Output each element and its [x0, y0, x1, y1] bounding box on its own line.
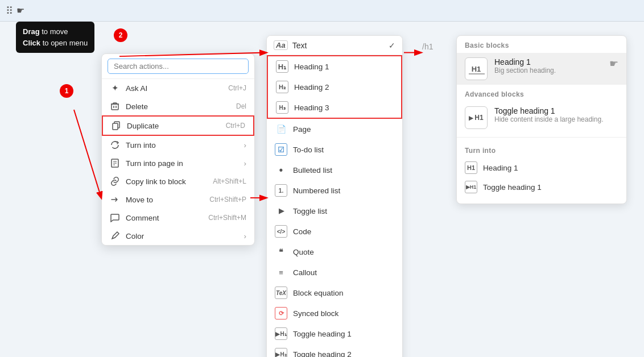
menu-item-turn-into[interactable]: Turn into › [102, 136, 254, 154]
heading1-block-icon: H1 [465, 57, 488, 80]
heading2-label: Heading 2 [294, 83, 329, 92]
dropdown-heading1[interactable]: H₁ Heading 1 [268, 56, 401, 77]
badge-1: 1 [60, 84, 73, 98]
synced-label: Synced block [293, 309, 338, 318]
menu-item-copy-link[interactable]: Copy link to block Alt+Shift+L [102, 172, 254, 190]
dropdown-todo[interactable]: ☑ To-do list [267, 139, 402, 160]
right-panel: Basic blocks H1 Heading 1 Big section he… [456, 35, 627, 204]
bulleted-label: Bulleted list [293, 166, 332, 175]
callout-icon: ≡ [275, 266, 287, 279]
dropdown-toggle[interactable]: ▶ Toggle list [267, 201, 402, 221]
block-item-toggle-heading1[interactable]: ▶H1 Toggle heading 1 Hide content inside… [457, 102, 626, 134]
toggle-heading1-block-icon: ▶H1 [465, 106, 488, 129]
comment-label: Comment [126, 214, 159, 222]
menu-item-color[interactable]: Color › [102, 227, 254, 245]
copy-link-label: Copy link to block [126, 177, 186, 186]
dropdown-page[interactable]: 📄 Page [267, 119, 402, 139]
tooltip-drag-label: Drag [23, 27, 40, 36]
heading1-label: Heading 1 [294, 63, 329, 71]
move-to-shortcut: Ctrl+Shift+P [209, 196, 246, 204]
move-to-label: Move to [126, 196, 153, 204]
turn-into-icon [110, 140, 120, 150]
heading1-block-name: Heading 1 [494, 57, 556, 67]
check-icon: ✓ [389, 41, 395, 50]
menu-item-comment[interactable]: Comment Ctrl+Shift+M [102, 209, 254, 227]
toggle-label: Toggle list [293, 207, 327, 215]
svg-line-11 [74, 110, 101, 198]
tooltip-drag-suffix: to move [40, 27, 68, 36]
copy-link-shortcut: Alt+Shift+L [213, 177, 246, 185]
toggle-h1-icon: ▶H₁ [275, 327, 287, 340]
panel-divider [457, 137, 626, 138]
toggle-h1-label: Toggle heading 1 [293, 330, 352, 338]
dropdown-synced[interactable]: ⟳ Synced block [267, 303, 402, 323]
dropdown-code[interactable]: </> Code [267, 221, 402, 242]
code-label: Code [293, 227, 311, 236]
dropdown-heading3[interactable]: H₃ Heading 3 [268, 97, 401, 118]
delete-icon [110, 101, 120, 111]
tooltip-click-label: Click [23, 39, 40, 47]
advanced-blocks-title: Advanced blocks [457, 85, 626, 102]
quote-label: Quote [293, 248, 314, 256]
turn-into-arrow: › [244, 141, 247, 150]
h1-icon: H₁ [276, 60, 288, 73]
turn-into-label: Turn into [126, 141, 156, 150]
turn-toggle-h1-icon: ▶H1 [465, 181, 477, 193]
heading1-block-info: Heading 1 Big section heading. [494, 57, 556, 74]
toggle-heading1-block-info: Toggle heading 1 Hide content inside a l… [494, 106, 603, 123]
ask-ai-icon: ✦ [110, 83, 120, 93]
block-item-heading1[interactable]: H1 Heading 1 Big section heading. ☛ [457, 53, 626, 85]
slash-hint: /h1 [422, 42, 433, 51]
toggle-icon: ▶ [275, 205, 287, 217]
dropdown-toggle-h2[interactable]: ▶H₂ Toggle heading 2 [267, 344, 402, 357]
ask-ai-label: Ask AI [126, 84, 147, 93]
pointer-cursor: ☛ [16, 5, 24, 16]
duplicate-shortcut: Ctrl+D [226, 122, 245, 130]
dropdown-heading2[interactable]: H₂ Heading 2 [268, 77, 401, 97]
menu-item-turn-into-page[interactable]: Turn into page in › [102, 154, 254, 172]
delete-label: Delete [126, 102, 148, 111]
heading1-block-desc: Big section heading. [494, 67, 556, 74]
dropdown-equation[interactable]: TeX Block equation [267, 283, 402, 303]
menu-item-ask-ai[interactable]: ✦ Ask AI Ctrl+J [102, 79, 254, 97]
synced-icon: ⟳ [275, 307, 287, 319]
menu-item-move-to[interactable]: Move to Ctrl+Shift+P [102, 190, 254, 209]
tooltip-click-suffix: to open menu [40, 39, 88, 47]
todo-icon: ☑ [275, 143, 287, 156]
basic-blocks-title: Basic blocks [457, 36, 626, 53]
dropdown-callout[interactable]: ≡ Callout [267, 262, 402, 283]
dropdown-header[interactable]: Aa Text ✓ [267, 36, 402, 55]
search-input[interactable] [108, 59, 249, 74]
page-label: Page [293, 125, 311, 134]
bullet-icon: • [275, 164, 287, 176]
quote-icon: ❝ [275, 246, 287, 258]
dropdown-toggle-h1[interactable]: ▶H₁ Toggle heading 1 [267, 323, 402, 344]
toggle-heading1-block-name: Toggle heading 1 [494, 106, 603, 115]
dropdown-panel: Aa Text ✓ H₁ Heading 1 H₂ Heading 2 H₃ H… [266, 35, 403, 357]
dropdown-numbered[interactable]: 1. Numbered list [267, 180, 402, 201]
duplicate-label: Duplicate [127, 122, 159, 130]
equation-icon: TeX [275, 287, 287, 299]
cursor-icon: ☛ [609, 57, 618, 70]
page-icon [110, 158, 120, 168]
dropdown-quote[interactable]: ❝ Quote [267, 242, 402, 262]
content-area: /h1 ✦ Ask AI Ctrl+J Delete Del [0, 22, 644, 357]
toggle-heading1-block-desc: Hide content inside a large heading. [494, 115, 603, 123]
color-label: Color [126, 232, 144, 240]
menu-item-delete[interactable]: Delete Del [102, 97, 254, 115]
dropdown-bulleted[interactable]: • Bulleted list [267, 160, 402, 180]
color-icon [110, 231, 120, 241]
menu-item-duplicate[interactable]: Duplicate Ctrl+D [102, 115, 254, 136]
top-bar: ⠿ ☛ [0, 0, 644, 22]
turn-into-page-arrow: › [244, 159, 247, 168]
comment-shortcut: Ctrl+Shift+M [208, 214, 246, 222]
heading-group: H₁ Heading 1 H₂ Heading 2 H₃ Heading 3 [267, 55, 402, 119]
turn-into-heading1[interactable]: H1 Heading 1 [457, 158, 626, 177]
color-arrow: › [244, 232, 247, 240]
turn-h1-icon: H1 [465, 161, 477, 174]
h2-icon: H₂ [276, 81, 288, 93]
turn-into-toggle-heading1[interactable]: ▶H1 Toggle heading 1 [457, 177, 626, 197]
heading3-label: Heading 3 [294, 103, 329, 112]
turn-toggle-heading1-label: Toggle heading 1 [483, 183, 542, 192]
drag-handle[interactable]: ⠿ [6, 5, 13, 17]
